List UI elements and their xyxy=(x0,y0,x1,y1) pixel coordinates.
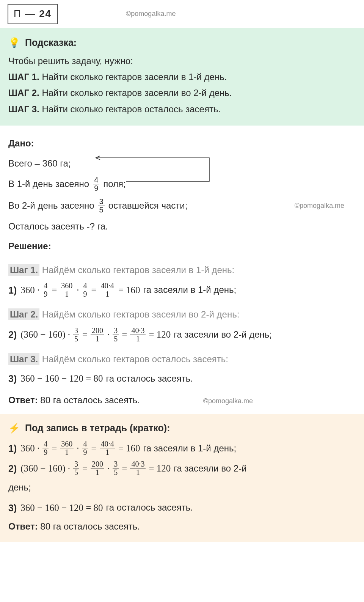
given-title: Дано: xyxy=(8,136,356,151)
lightning-icon: ⚡ xyxy=(8,423,20,433)
notebook-box: ⚡ Под запись в тетрадь (кратко): 1) 360 … xyxy=(0,414,364,542)
given-day1: В 1-й день засеяно 4 9 поля; xyxy=(8,176,356,192)
step1-desc: Найдём сколько гектаров засеяли в 1-й де… xyxy=(42,265,234,275)
hint-step-3: ШАГ 3. Найти сколько гектаров осталось з… xyxy=(8,102,356,116)
hint-step-2: ШАГ 2. Найти сколько гектаров засеяли во… xyxy=(8,86,356,100)
given-day2-fraction: 3 5 xyxy=(98,198,105,214)
nb-equation-1: 1) 360 · 49 = 3601 · 49 = 40·41 = 160 га… xyxy=(8,440,356,456)
frac-num: 4 xyxy=(93,176,99,184)
nb-answer-label: Ответ: xyxy=(8,521,38,531)
eq2-lbl: 2) xyxy=(8,327,17,342)
given-day2: Во 2-й день засеяно 3 5 оставшейся части… xyxy=(8,198,356,214)
nb-eq2-lbl: 2) xyxy=(8,461,17,476)
hint-box: 💡 Подсказка: Чтобы решить задачу, нужно:… xyxy=(0,28,364,126)
frac-den: 5 xyxy=(98,206,105,214)
hint-step-1: ШАГ 1. Найти сколько гектаров засеяли в … xyxy=(8,70,356,84)
hint-title-row: 💡 Подсказка: xyxy=(8,35,356,50)
eq3-txt: га осталось засеять. xyxy=(106,371,193,386)
eq2-f4: 40·31 xyxy=(130,327,146,343)
given-day1-fraction: 4 9 xyxy=(93,176,99,192)
watermark-bottom: ©pomogalka.me xyxy=(203,397,253,405)
nb-eq2-txt: га засеяли во 2-й xyxy=(174,461,246,476)
hint-intro: Чтобы решить задачу, нужно: xyxy=(8,54,356,68)
given-day1-pre: В 1-й день засеяно xyxy=(8,177,89,191)
equation-1: 1) 360 · 49 = 3601 · 49 = 40·41 = 160 га… xyxy=(8,282,356,298)
frac-den: 9 xyxy=(93,184,99,192)
equation-3: 3) 360 − 160 − 120 = 80 га осталось засе… xyxy=(8,371,356,386)
step3-desc: Найдём сколько гектаров осталось засеять… xyxy=(42,354,228,364)
badge-number: 24 xyxy=(39,8,52,19)
equation-2: 2) (360 − 160) · 35 = 2001 · 35 = 40·31 … xyxy=(8,327,356,343)
eq1-f1: 49 xyxy=(42,282,49,298)
eq3-expr: 360 − 160 − 120 = 80 xyxy=(20,371,103,386)
nb-eq3-lbl: 3) xyxy=(8,500,17,516)
eq1-f2: 3601 xyxy=(60,282,74,298)
solution-step-2: Шаг 2. Найдём сколько гектаров засеяли в… xyxy=(8,307,356,322)
eq1-f3: 49 xyxy=(82,282,88,298)
problem-badge: П — 24 xyxy=(8,4,58,24)
answer-label: Ответ: xyxy=(8,395,38,405)
eq1-lbl: 1) xyxy=(8,283,17,298)
eq2-f2: 2001 xyxy=(91,327,104,343)
hint-step-3-text: Найти сколько гектаров осталось засеять. xyxy=(42,104,221,114)
given-day1-post: поля; xyxy=(103,177,126,191)
eq2-f1: 35 xyxy=(73,327,79,343)
notebook-title: Под запись в тетрадь (кратко): xyxy=(25,423,170,433)
hint-step-2-text: Найти сколько гектаров засеяли во 2-й де… xyxy=(42,88,232,98)
given-remain: Осталось засеять -? га. xyxy=(8,219,356,234)
watermark-mid: ©pomogalka.me xyxy=(295,200,344,211)
nb-eq2-wrap: день; xyxy=(8,480,356,495)
step1-hl: Шаг 1. xyxy=(8,264,39,276)
hint-step-1-label: ШАГ 1. xyxy=(8,72,39,82)
nb-equation-2: 2) (360 − 160) · 35 = 2001 · 35 = 40·31 … xyxy=(8,460,356,476)
hint-step-2-label: ШАГ 2. xyxy=(8,88,39,98)
answer-text: 80 га осталось засеять. xyxy=(40,395,140,405)
lightbulb-icon: 💡 xyxy=(8,37,20,48)
eq3-lbl: 3) xyxy=(8,371,17,386)
content: Дано: Всего – 360 га; В 1-й день засеяно… xyxy=(0,136,364,407)
step3-hl: Шаг 3. xyxy=(8,353,39,365)
hint-title: Подсказка: xyxy=(25,37,77,48)
eq2-f3: 35 xyxy=(113,327,119,343)
eq1-f4: 40·41 xyxy=(100,282,115,298)
notebook-title-row: ⚡ Под запись в тетрадь (кратко): xyxy=(8,420,356,435)
nb-answer-line: Ответ: 80 га осталось засеять. xyxy=(8,519,356,534)
step2-hl: Шаг 2. xyxy=(8,308,39,320)
eq1-a: 360 · xyxy=(20,283,39,298)
given-total: Всего – 360 га; xyxy=(8,156,356,171)
nb-eq3-txt: га осталось засеять. xyxy=(106,500,193,515)
solution-title: Решение: xyxy=(8,239,356,253)
eq2-a: (360 − 160) · xyxy=(20,327,70,342)
given-block: Всего – 360 га; В 1-й день засеяно 4 9 п… xyxy=(8,156,356,234)
answer-line: Ответ: 80 га осталось засеять. ©pomogalk… xyxy=(8,393,356,407)
nb-eq1-lbl: 1) xyxy=(8,441,17,456)
header-row: П — 24 ©pomogalka.me xyxy=(0,0,364,27)
badge-prefix: П — xyxy=(14,8,36,19)
frac-num: 3 xyxy=(98,198,105,206)
nb-equation-3: 3) 360 − 160 − 120 = 80 га осталось засе… xyxy=(8,500,356,516)
hint-step-1-text: Найти сколько гектаров засеяли в 1-й ден… xyxy=(42,72,227,82)
solution-step-3: Шаг 3. Найдём сколько гектаров осталось … xyxy=(8,352,356,366)
given-day2-pre: Во 2-й день засеяно xyxy=(8,198,94,213)
eq1-txt: га засеяли в 1-й день; xyxy=(143,283,237,297)
solution-step-1: Шаг 1. Найдём сколько гектаров засеяли в… xyxy=(8,263,356,277)
step2-desc: Найдём сколько гектаров засеяли во 2-й д… xyxy=(42,309,239,319)
hint-step-3-label: ШАГ 3. xyxy=(8,104,39,114)
nb-answer-text: 80 га осталось засеять. xyxy=(40,521,140,531)
watermark-top: ©pomogalka.me xyxy=(126,8,176,19)
given-day2-post: оставшейся части; xyxy=(108,198,188,213)
nb-eq1-txt: га засеяли в 1-й день; xyxy=(143,441,237,456)
eq2-txt: га засеяли во 2-й день; xyxy=(174,327,272,342)
